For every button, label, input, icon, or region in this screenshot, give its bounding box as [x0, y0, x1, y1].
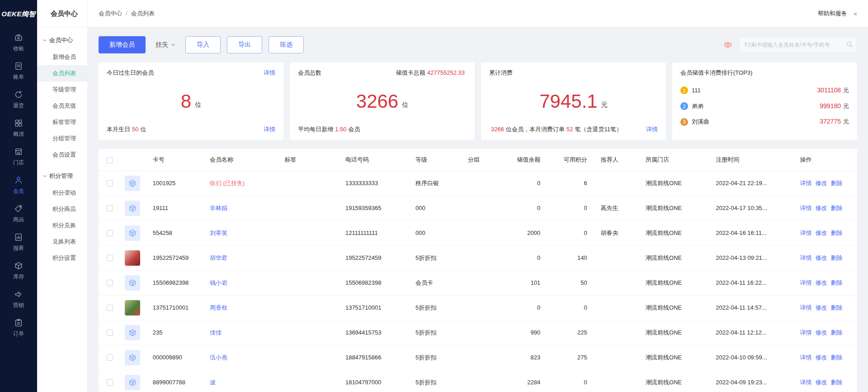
row-detail-link[interactable]: 详情	[800, 279, 811, 286]
member-name-link[interactable]: 佳佳	[210, 329, 222, 336]
row-edit-link[interactable]: 修改	[815, 180, 827, 186]
row-edit-link[interactable]: 修改	[815, 379, 827, 386]
menu-item-member-settings[interactable]: 会员设置	[37, 147, 87, 163]
rail-item-stores[interactable]: 门店	[0, 142, 37, 171]
row-delete-link[interactable]: 删除	[830, 180, 842, 186]
row-delete-link[interactable]: 删除	[830, 229, 842, 236]
cell-actions: 详情修改删除	[796, 370, 857, 392]
row-detail-link[interactable]: 详情	[800, 180, 811, 186]
member-name-link[interactable]: 你们 (已挂失)	[210, 180, 245, 186]
member-name-link[interactable]: 钱小岩	[210, 279, 227, 286]
report-loss-dropdown[interactable]: 挂失	[152, 36, 179, 53]
rail-item-reports[interactable]: 报表	[0, 228, 37, 256]
import-button[interactable]: 导入	[185, 36, 221, 53]
row-checkbox[interactable]	[107, 230, 113, 236]
member-name-link[interactable]: 周香枝	[210, 304, 227, 311]
filter-button[interactable]: 筛选	[269, 36, 304, 53]
row-detail-link[interactable]: 详情	[800, 229, 811, 236]
row-detail-link[interactable]: 详情	[800, 329, 811, 336]
add-member-button[interactable]: 新增会员	[99, 36, 146, 53]
row-detail-link[interactable]: 详情	[800, 354, 811, 361]
member-row: 8899007788 波 18104797000 5折折扣 2284 0 潮流前…	[99, 370, 857, 392]
rail-item-cashier[interactable]: 收银	[0, 28, 37, 57]
row-detail-link[interactable]: 详情	[800, 304, 811, 311]
birthday-detail-link[interactable]: 详情	[264, 69, 275, 77]
breadcrumb-member-center[interactable]: 会员中心	[99, 10, 122, 18]
cell-level: 5折折扣	[412, 245, 464, 270]
row-delete-link[interactable]: 删除	[830, 279, 842, 286]
row-checkbox[interactable]	[107, 205, 113, 211]
menu-item-member-list[interactable]: 会员列表	[37, 65, 87, 81]
menu-item-tag-management[interactable]: 标签管理	[37, 114, 87, 130]
visibility-eye-icon[interactable]	[723, 40, 732, 49]
row-delete-link[interactable]: 删除	[830, 329, 842, 336]
menu-item-points-products[interactable]: 积分商品	[37, 201, 87, 217]
row-checkbox[interactable]	[107, 180, 113, 186]
row-edit-link[interactable]: 修改	[815, 304, 827, 311]
export-button[interactable]: 导出	[227, 36, 262, 53]
row-edit-link[interactable]: 修改	[815, 254, 827, 261]
select-all-checkbox[interactable]	[107, 157, 113, 163]
row-delete-link[interactable]: 删除	[830, 379, 842, 386]
cell-store: 潮流前线ONE	[642, 171, 712, 196]
row-checkbox[interactable]	[107, 305, 113, 311]
row-checkbox[interactable]	[107, 354, 113, 361]
member-name-link[interactable]: 伍小燕	[210, 354, 227, 361]
row-detail-link[interactable]: 详情	[800, 205, 811, 211]
cell-store: 潮流前线ONE	[642, 320, 712, 345]
menu-item-group-management[interactable]: 分组管理	[37, 130, 87, 147]
cumulative-consumption-card: 累计消费 7945.1 元 3266位会员，本月消费订单52笔（含退货11笔） …	[481, 62, 666, 140]
row-checkbox[interactable]	[107, 255, 113, 261]
row-delete-link[interactable]: 删除	[830, 304, 842, 311]
menu-item-exchange-list[interactable]: 兑换列表	[37, 234, 87, 250]
birthday-count: 8	[181, 91, 191, 112]
collapse-icon[interactable]: «	[854, 10, 857, 17]
cell-actions: 详情修改删除	[796, 295, 857, 320]
return-icon	[14, 90, 24, 100]
help-link[interactable]: 帮助和服务	[818, 10, 847, 18]
rail-item-marketing[interactable]: 营销	[0, 285, 37, 313]
cell-phone: 19159359365	[342, 196, 412, 220]
stats-cards: 今日过生日的会员 详情 8 位 本月生日50位 详情	[99, 62, 857, 140]
row-delete-link[interactable]: 删除	[830, 354, 842, 361]
rail-item-bills[interactable]: 账单	[0, 57, 37, 85]
row-detail-link[interactable]: 详情	[800, 254, 811, 261]
rail-item-inventory[interactable]: 库存	[0, 256, 37, 285]
member-name-link[interactable]: 辛林娟	[210, 205, 227, 211]
member-name-link[interactable]: 刘举英	[210, 229, 227, 236]
row-edit-link[interactable]: 修改	[815, 205, 827, 211]
row-delete-link[interactable]: 删除	[830, 254, 842, 261]
row-delete-link[interactable]: 删除	[830, 205, 842, 211]
menu-item-level-management[interactable]: 等级管理	[37, 81, 87, 98]
rail-item-members[interactable]: 会员	[0, 171, 37, 199]
consumption-detail-link[interactable]: 详情	[646, 125, 658, 134]
row-edit-link[interactable]: 修改	[815, 329, 827, 336]
rail-item-products[interactable]: 商品	[0, 199, 37, 228]
rail-item-overview[interactable]: 概况	[0, 114, 37, 142]
menu-item-add-member[interactable]: 新增会员	[37, 49, 87, 65]
row-edit-link[interactable]: 修改	[815, 354, 827, 361]
cell-phone: 18104797000	[342, 370, 412, 392]
menu-item-points-exchange[interactable]: 积分兑换	[37, 217, 87, 234]
row-edit-link[interactable]: 修改	[815, 279, 827, 286]
search-icon[interactable]	[845, 40, 854, 50]
row-edit-link[interactable]: 修改	[815, 229, 827, 236]
row-checkbox[interactable]	[107, 379, 113, 386]
rail-item-orders[interactable]: 订单	[0, 313, 37, 342]
row-checkbox[interactable]	[107, 330, 113, 336]
menu-group-header-member-center[interactable]: 会员中心	[37, 32, 87, 49]
menu-item-member-recharge[interactable]: 会员充值	[37, 98, 87, 114]
row-detail-link[interactable]: 详情	[800, 379, 811, 386]
menu-item-points-settings[interactable]: 积分设置	[37, 250, 87, 266]
member-name-link[interactable]: 波	[210, 379, 216, 386]
menu-item-points-changes[interactable]: 积分变动	[37, 185, 87, 201]
month-birthday-detail-link[interactable]: 详情	[264, 125, 275, 134]
col-group: 分组	[464, 149, 504, 171]
member-name-link[interactable]: 胡华君	[210, 254, 227, 261]
cell-card-no: 554258	[149, 220, 206, 245]
menu-group-header-points[interactable]: 积分管理	[37, 167, 87, 185]
rail-item-returns[interactable]: 退货	[0, 85, 37, 114]
search-input[interactable]	[739, 37, 857, 53]
row-checkbox[interactable]	[107, 280, 113, 286]
cell-phone: 1333333333	[342, 171, 412, 196]
